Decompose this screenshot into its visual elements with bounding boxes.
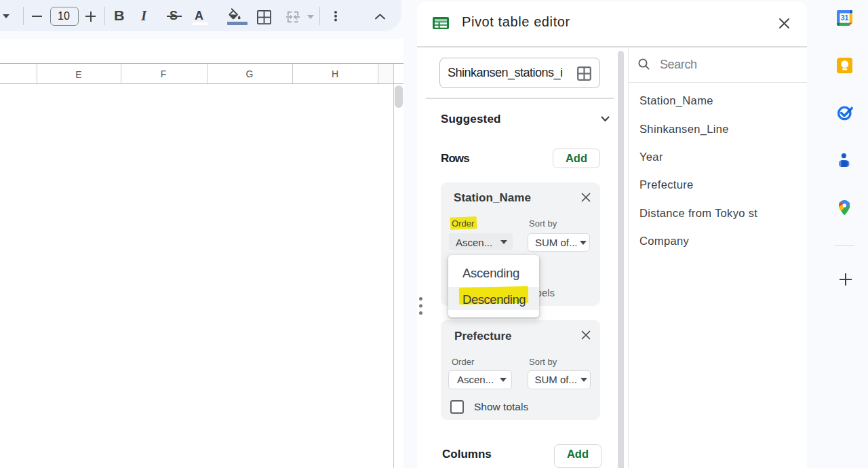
svg-text:31: 31 <box>840 14 848 22</box>
